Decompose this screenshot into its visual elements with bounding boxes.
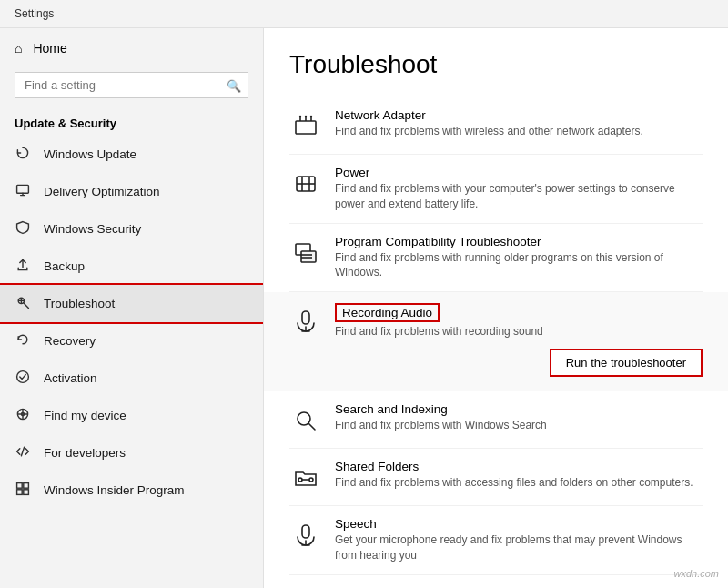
search-icon: 🔍 [227,78,241,92]
list-item: Program Compatibility Troubleshooter Fin… [289,224,703,293]
sidebar-item-label: Windows Update [44,147,136,161]
sidebar-item-label: Recovery [44,334,96,348]
sidebar-item-activation[interactable]: Activation [0,360,263,397]
sidebar-item-windows-update[interactable]: Windows Update [0,136,263,173]
svg-point-36 [309,478,313,482]
page-title: Troubleshoot [289,50,703,79]
recording-audio-text: Recording Audio Find and fix problems wi… [335,303,703,380]
item-name: Network Adapter [335,108,703,122]
shared-folders-icon [289,461,322,494]
sidebar-item-recovery[interactable]: Recovery [0,322,263,360]
svg-rect-15 [296,121,316,134]
delivery-optimization-icon [15,183,31,200]
home-label: Home [33,41,66,56]
svg-rect-0 [17,185,29,193]
item-desc: Find and fix problems with your computer… [335,181,703,212]
sidebar-item-label: Windows Insider Program [44,483,185,497]
sidebar-search-container: 🔍 [15,72,248,98]
sidebar-item-label: Troubleshoot [44,297,115,310]
item-desc: Get your microphone ready and fix proble… [335,532,703,563]
list-item: Power Find and fix problems with your co… [289,155,703,224]
list-item: Network Adapter Find and fix problems wi… [289,97,703,155]
sidebar-item-windows-insider[interactable]: Windows Insider Program [0,471,263,509]
network-adapter-text: Network Adapter Find and fix problems wi… [335,108,703,139]
sidebar-item-delivery-optimization[interactable]: Delivery Optimization [0,173,263,210]
svg-line-34 [308,423,315,430]
list-item-recording-audio: Recording Audio Find and fix problems wi… [264,292,728,391]
item-name: Program Compatibility Troubleshooter [335,235,703,248]
sidebar-item-find-my-device[interactable]: Find my device [0,397,263,434]
windows-update-icon [15,146,31,163]
svg-rect-13 [17,490,23,495]
svg-line-10 [21,447,24,456]
sidebar-item-label: Activation [44,371,97,385]
svg-line-2 [24,303,29,309]
item-name: Speech [335,517,703,531]
watermark: wxdn.com [673,568,719,579]
sidebar-item-label: For developers [44,446,126,460]
item-desc: Find and fix problems with recording sou… [335,324,703,340]
sidebar-item-windows-security[interactable]: Windows Security [0,210,263,248]
activation-icon [15,370,31,387]
shared-folders-text: Shared Folders Find and fix problems wit… [335,460,703,491]
list-item: Shared Folders Find and fix problems wit… [289,449,703,506]
svg-rect-27 [301,251,316,262]
list-item: Video Playback Find and fix problems wit… [289,575,703,588]
home-icon: ⌂ [15,41,22,56]
recovery-icon [15,332,31,350]
list-item: Speech Get your microphone ready and fix… [289,506,703,575]
item-name: Search and Indexing [335,402,703,416]
item-desc: Find and fix problems with running older… [335,250,703,281]
svg-point-5 [17,371,29,383]
speech-icon [289,519,322,552]
item-name: Power [335,166,703,179]
title-bar: Settings [0,0,728,28]
item-name: Recording Audio [335,303,440,322]
backup-icon [15,258,31,275]
svg-point-21 [310,116,312,117]
svg-rect-12 [24,483,29,489]
list-item: Search and Indexing Find and fix problem… [289,391,703,449]
troubleshoot-icon [15,295,31,312]
windows-security-icon [15,220,31,238]
sidebar: ⌂ Home 🔍 Update & Security Windows Updat… [0,28,264,588]
run-btn-row: Run the troubleshooter [335,340,703,380]
search-indexing-icon [289,404,322,437]
item-desc: Find and fix problems with wireless and … [335,124,703,139]
svg-rect-14 [24,490,29,495]
sidebar-item-label: Delivery Optimization [44,185,160,198]
sidebar-item-backup[interactable]: Backup [0,248,263,285]
svg-rect-11 [17,483,23,489]
sidebar-item-label: Windows Security [44,222,141,236]
sidebar-item-label: Backup [44,259,85,273]
power-text: Power Find and fix problems with your co… [335,166,703,212]
svg-point-19 [299,116,301,117]
search-input[interactable] [15,72,248,98]
power-icon [289,167,322,200]
svg-rect-38 [302,525,309,538]
item-name: Shared Folders [335,460,703,473]
sidebar-item-label: Find my device [44,409,126,422]
main-content: Troubleshoot Network Adapter Find and fi… [264,28,728,588]
find-my-device-icon [15,407,31,424]
main-container: ⌂ Home 🔍 Update & Security Windows Updat… [0,28,728,588]
windows-insider-icon [15,482,31,499]
program-compat-icon [289,237,322,269]
item-desc: Find and fix problems with Windows Searc… [335,418,703,433]
svg-point-35 [298,478,302,482]
sidebar-item-troubleshoot[interactable]: Troubleshoot [0,285,263,322]
svg-rect-30 [302,311,309,324]
network-adapter-icon [289,110,322,143]
recording-audio-icon [289,305,322,338]
title-bar-label: Settings [15,7,54,20]
speech-text: Speech Get your microphone ready and fix… [335,517,703,563]
for-developers-icon [15,444,31,461]
search-indexing-text: Search and Indexing Find and fix problem… [335,402,703,433]
item-desc: Find and fix problems with accessing fil… [335,475,703,491]
svg-point-20 [305,116,307,117]
program-compat-text: Program Compatibility Troubleshooter Fin… [335,235,703,281]
run-troubleshooter-button[interactable]: Run the troubleshooter [550,349,703,377]
section-title: Update & Security [0,109,263,136]
sidebar-item-for-developers[interactable]: For developers [0,434,263,471]
sidebar-home[interactable]: ⌂ Home [0,28,263,68]
